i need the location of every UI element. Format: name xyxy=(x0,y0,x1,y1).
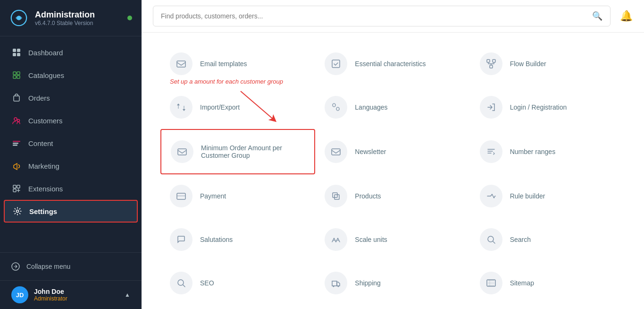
settings-item-search[interactable]: Search xyxy=(470,218,625,261)
products-label: Products xyxy=(355,192,381,200)
settings-item-salutations[interactable]: Salutations xyxy=(160,218,315,261)
import-export-icon xyxy=(170,96,192,119)
svg-rect-30 xyxy=(333,193,337,197)
settings-item-import-export[interactable]: Import/Export xyxy=(160,86,315,129)
payment-label: Payment xyxy=(200,192,226,200)
newsletter-icon xyxy=(325,140,347,163)
notification-bell-icon[interactable]: 🔔 xyxy=(620,10,633,22)
svg-rect-17 xyxy=(17,185,20,188)
sidebar-title-block: Administration v6.4.7.0 Stable Version xyxy=(35,10,95,26)
settings-item-tax[interactable]: Tax xyxy=(315,305,470,309)
languages-icon xyxy=(325,96,347,119)
search-bar[interactable]: 🔍 xyxy=(153,6,611,26)
svg-rect-14 xyxy=(13,143,18,144)
settings-item-login-registration[interactable]: Login / Registration xyxy=(470,86,625,129)
newsletter-label: Newsletter xyxy=(355,148,386,155)
flow-builder-label: Flow Builder xyxy=(510,60,546,68)
collapse-menu[interactable]: Collapse menu xyxy=(11,258,130,275)
svg-rect-27 xyxy=(332,149,340,155)
sidebar-item-marketing[interactable]: Marketing xyxy=(0,154,142,177)
settings-item-products[interactable]: Products xyxy=(315,174,470,218)
settings-item-rule-builder[interactable]: Rule builder xyxy=(470,174,625,218)
svg-rect-6 xyxy=(13,72,16,75)
svg-rect-22 xyxy=(332,60,340,68)
settings-item-email-templates[interactable]: Email templates xyxy=(160,42,315,86)
settings-item-payment[interactable]: Payment xyxy=(160,174,315,218)
sidebar-item-orders[interactable]: Orders xyxy=(0,86,142,109)
settings-item-number-ranges[interactable]: Number ranges xyxy=(470,129,625,174)
content-icon xyxy=(11,138,22,148)
collapse-icon xyxy=(11,262,20,271)
settings-item-snippets[interactable]: Snippets xyxy=(160,305,315,309)
app-version: v6.4.7.0 Stable Version xyxy=(35,20,95,26)
settings-item-minimum-order-amount[interactable]: Minimum Order Amount per Customer Group xyxy=(160,129,315,174)
email-templates-label: Email templates xyxy=(200,60,247,68)
marketing-icon xyxy=(11,161,22,171)
catalogues-icon xyxy=(11,70,22,80)
sidebar: Administration v6.4.7.0 Stable Version D… xyxy=(0,0,142,309)
user-name: John Doe xyxy=(34,288,119,295)
import-export-label: Import/Export xyxy=(200,103,240,111)
settings-item-shipping[interactable]: Shipping xyxy=(315,261,470,305)
svg-point-32 xyxy=(488,236,493,242)
svg-point-33 xyxy=(178,280,184,285)
svg-point-1 xyxy=(17,16,21,20)
sidebar-item-extensions[interactable]: Extensions xyxy=(0,177,142,200)
settings-item-newsletter[interactable]: Newsletter xyxy=(315,129,470,174)
svg-rect-8 xyxy=(13,76,16,78)
svg-rect-29 xyxy=(177,195,185,197)
user-bar[interactable]: JD John Doe Administrator ▲ xyxy=(0,280,142,309)
login-registration-icon xyxy=(480,96,502,119)
settings-grid: Email templates Essential characteristic… xyxy=(160,42,625,309)
svg-rect-2 xyxy=(13,49,16,52)
svg-rect-10 xyxy=(14,96,19,101)
search-label: Search xyxy=(510,236,531,243)
seo-label: SEO xyxy=(200,279,214,287)
svg-rect-24 xyxy=(493,60,495,62)
app-logo xyxy=(9,9,28,27)
collapse-menu-label: Collapse menu xyxy=(26,263,70,270)
customers-icon xyxy=(11,115,22,126)
settings-item-seo[interactable]: SEO xyxy=(160,261,315,305)
topbar: 🔍 🔔 xyxy=(142,0,644,33)
svg-rect-18 xyxy=(13,189,16,192)
svg-rect-3 xyxy=(17,49,20,52)
shipping-icon xyxy=(325,272,347,294)
minimum-order-amount-label: Minimum Order Amount per Customer Group xyxy=(201,144,305,159)
svg-point-19 xyxy=(17,210,19,213)
settings-item-sitemap[interactable]: Sitemap xyxy=(470,261,625,305)
settings-icon xyxy=(12,206,23,216)
svg-rect-23 xyxy=(487,60,490,62)
sitemap-icon xyxy=(480,272,502,294)
extensions-label: Extensions xyxy=(28,185,63,193)
settings-item-flow-builder[interactable]: Flow Builder xyxy=(470,42,625,86)
settings-item-essential-characteristics[interactable]: Essential characteristics xyxy=(315,42,470,86)
payment-icon xyxy=(170,185,192,207)
global-search-input[interactable] xyxy=(161,12,587,20)
svg-rect-7 xyxy=(17,72,20,75)
dashboard-label: Dashboard xyxy=(28,49,63,57)
svg-rect-15 xyxy=(13,145,17,146)
sidebar-item-content[interactable]: Content xyxy=(0,132,142,154)
svg-rect-4 xyxy=(13,53,16,56)
scale-units-label: Scale units xyxy=(355,236,387,243)
salutations-icon xyxy=(170,228,192,251)
svg-rect-25 xyxy=(490,65,493,68)
marketing-label: Marketing xyxy=(28,162,59,170)
sidebar-item-settings[interactable]: Settings xyxy=(4,200,138,223)
sidebar-item-catalogues[interactable]: Catalogues xyxy=(0,64,142,86)
orders-label: Orders xyxy=(28,94,50,102)
minimum-order-amount-icon xyxy=(171,140,193,163)
sidebar-item-dashboard[interactable]: Dashboard xyxy=(0,41,142,64)
app-name: Administration xyxy=(35,10,95,20)
settings-item-scale-units[interactable]: Scale units xyxy=(315,218,470,261)
extensions-icon xyxy=(11,183,22,194)
shipping-label: Shipping xyxy=(355,279,381,287)
sidebar-item-customers[interactable]: Customers xyxy=(0,109,142,132)
flow-builder-icon xyxy=(480,52,502,75)
settings-item-languages[interactable]: Languages xyxy=(315,86,470,129)
main-content: 🔍 🔔 Set up a amount for each customer gr… xyxy=(142,0,644,309)
content-label: Content xyxy=(28,139,53,147)
orders-icon xyxy=(11,93,22,103)
search-icon[interactable]: 🔍 xyxy=(592,11,602,21)
